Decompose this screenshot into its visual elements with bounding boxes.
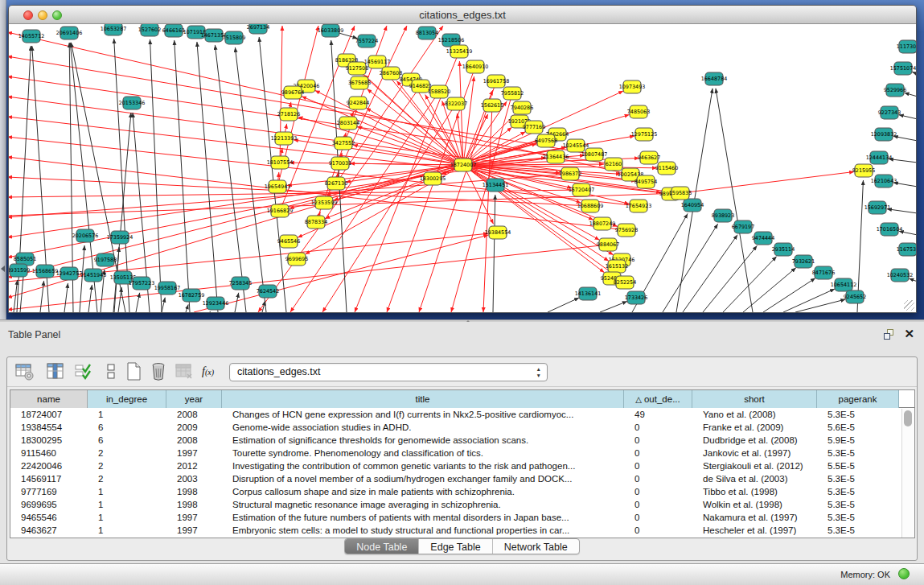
network-edge[interactable] <box>278 172 279 180</box>
network-edge[interactable] <box>600 301 627 312</box>
network-node[interactable]: 1588520 <box>428 85 450 98</box>
network-node[interactable]: 8813054 <box>416 27 438 39</box>
table-cell[interactable]: 5.3E-5 <box>817 447 899 459</box>
vertical-scrollbar[interactable] <box>901 409 914 538</box>
network-node[interactable]: 3427552 <box>332 137 355 150</box>
table-cell[interactable]: 1 <box>88 511 166 524</box>
network-edge[interactable] <box>493 195 495 312</box>
table-cell[interactable]: 22420046 <box>10 459 88 472</box>
network-edge[interactable] <box>235 47 266 312</box>
network-node[interactable]: 1595835 <box>669 187 692 200</box>
network-edge[interactable] <box>118 287 121 312</box>
network-node[interactable]: 10240532 <box>887 269 914 282</box>
table-cell[interactable]: 5.5E-5 <box>817 459 899 472</box>
network-node[interactable]: 16033809 <box>318 24 344 37</box>
table-cell[interactable]: Corpus callosum shape and size in male p… <box>222 485 624 498</box>
network-edge[interactable] <box>341 153 342 157</box>
table-cell[interactable]: 49 <box>624 408 692 421</box>
table-cell[interactable]: 5.3E-5 <box>817 524 899 537</box>
network-edge[interactable] <box>186 304 188 312</box>
table-cell[interactable]: Estimation of the future numbers of pati… <box>222 511 624 524</box>
network-node[interactable]: 15751074 <box>890 62 916 75</box>
network-node[interactable]: 9197588 <box>94 253 117 266</box>
table-cell[interactable]: 1 <box>88 408 166 421</box>
network-node[interactable]: 62160 <box>605 158 622 171</box>
network-node[interactable]: 8878334 <box>305 216 327 229</box>
table-cell[interactable]: 5.6E-5 <box>817 421 899 434</box>
network-node[interactable]: 11568659 <box>32 265 59 278</box>
network-window-titlebar[interactable]: citations_edges.txt <box>9 6 916 24</box>
table-cell[interactable]: 1 <box>88 524 166 537</box>
tab-node-table[interactable]: Node Table <box>345 539 419 554</box>
table-cell[interactable]: 5.3E-5 <box>817 511 899 524</box>
network-node[interactable]: 15692971 <box>864 201 891 214</box>
network-edge[interactable] <box>899 115 916 119</box>
network-node[interactable]: 1562615 <box>481 99 503 112</box>
network-node[interactable]: 6497568 <box>535 134 557 147</box>
network-node[interactable]: 3931599 <box>9 264 30 277</box>
table-cell[interactable]: Tibbo et al. (1998) <box>692 485 817 498</box>
table-cell[interactable]: 2003 <box>166 472 222 485</box>
table-cell[interactable]: Genome-wide association studies in ADHD. <box>222 421 624 434</box>
table-row[interactable]: 1872400712008Changes of HCN gene express… <box>10 408 914 421</box>
table-row[interactable]: 977716911998Corpus callosum shape and si… <box>10 485 914 498</box>
table-cell[interactable]: Investigating the contribution of common… <box>222 459 624 472</box>
network-node[interactable]: 18640910 <box>462 60 489 73</box>
network-node[interactable]: 16648784 <box>701 72 728 85</box>
table-cell[interactable]: Stergiakouli et al. (2012) <box>692 459 817 472</box>
network-node[interactable]: 16210643 <box>871 175 897 187</box>
network-node[interactable]: 9242844 <box>347 97 369 109</box>
network-node[interactable]: 2718126 <box>277 108 300 121</box>
network-edge[interactable] <box>331 40 347 312</box>
network-node[interactable]: 9896764 <box>281 86 304 99</box>
table-cell[interactable]: 0 <box>624 447 692 459</box>
network-node[interactable]: 9465546 <box>277 235 300 248</box>
network-node[interactable]: 6679197 <box>732 220 754 233</box>
network-node[interactable]: 9529966 <box>884 84 906 97</box>
tab-network-table[interactable]: Network Table <box>493 539 579 554</box>
network-node[interactable]: 12923446 <box>203 297 229 310</box>
network-edge[interactable] <box>210 311 211 312</box>
table-cell[interactable]: Dudbridge et al. (2008) <box>692 434 817 447</box>
network-edge[interactable] <box>175 40 190 312</box>
table-cell[interactable]: Embryonic stem cells: a model to study s… <box>222 524 624 537</box>
table-cell[interactable]: Yano et al. (2008) <box>692 408 817 421</box>
table-cell[interactable]: 1998 <box>166 485 222 498</box>
table-cell[interactable]: 0 <box>624 498 692 511</box>
delete-table-icon[interactable] <box>175 362 194 381</box>
network-node[interactable]: 12942757 <box>56 267 83 280</box>
network-node[interactable]: 1640954 <box>681 199 704 212</box>
network-node[interactable]: 1167533 <box>897 243 916 256</box>
network-edge[interactable] <box>215 45 246 312</box>
table-cell[interactable]: 1 <box>88 485 166 498</box>
network-edge[interactable] <box>887 209 916 213</box>
network-edge[interactable] <box>703 245 757 312</box>
network-node[interactable]: 12213393 <box>271 132 298 145</box>
network-node[interactable]: 8495754 <box>634 175 657 188</box>
table-cell[interactable]: 9777169 <box>10 485 88 498</box>
table-cell[interactable]: 6 <box>88 421 166 434</box>
table-cell[interactable]: 0 <box>624 472 692 485</box>
network-node[interactable]: 17016504 <box>877 223 903 236</box>
network-edge[interactable] <box>909 278 916 282</box>
function-builder-icon[interactable]: f(x) <box>202 365 221 385</box>
column-header-year[interactable]: year <box>166 390 222 408</box>
network-edge[interactable] <box>663 224 718 312</box>
network-node[interactable]: 1117304 <box>897 40 916 53</box>
column-visibility-icon[interactable] <box>46 362 65 381</box>
network-node[interactable]: 9245652 <box>844 290 866 303</box>
network-node[interactable]: 17654923 <box>626 200 652 212</box>
network-node[interactable]: 7258345 <box>229 277 252 290</box>
network-node[interactable]: 7986372 <box>559 167 581 180</box>
network-edge[interactable] <box>687 171 854 192</box>
network-node[interactable]: 8471676 <box>812 266 835 279</box>
network-node[interactable]: 9699695 <box>285 253 308 266</box>
column-header-pagerank[interactable]: pagerank <box>817 390 899 408</box>
table-cell[interactable]: 2 <box>88 447 166 459</box>
table-cell[interactable]: Structural magnetic resonance image aver… <box>222 498 624 511</box>
table-cell[interactable]: 1997 <box>166 447 222 459</box>
control-panel-edge[interactable] <box>0 0 6 319</box>
network-edge[interactable] <box>683 235 737 312</box>
network-edge[interactable] <box>197 42 218 312</box>
network-edge[interactable] <box>466 114 487 159</box>
